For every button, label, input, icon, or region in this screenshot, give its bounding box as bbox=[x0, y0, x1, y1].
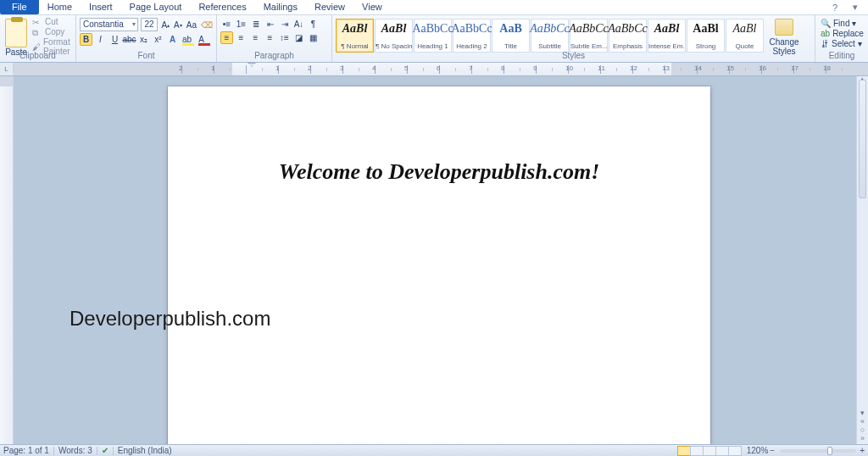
tab-home[interactable]: Home bbox=[39, 0, 81, 14]
style-preview: AaBbCc bbox=[451, 19, 492, 36]
style-tile[interactable]: AaBlIntense Em... bbox=[648, 19, 686, 53]
style-preview: AaBl bbox=[693, 19, 718, 36]
view-buttons bbox=[678, 446, 742, 456]
decrease-indent-button[interactable]: ⇤ bbox=[264, 18, 276, 31]
scissors-icon: ✂ bbox=[32, 18, 42, 26]
style-tile[interactable]: AaBl¶ Normal bbox=[336, 19, 374, 53]
group-paragraph: •≡ 1≡ ≣ ⇤ ⇥ A↓ ¶ ≡ ≡ ≡ ≡ ↕≡ ◪ ▦ Paragrap… bbox=[217, 15, 332, 62]
subscript-button[interactable]: x₂ bbox=[137, 33, 150, 46]
italic-button[interactable]: I bbox=[94, 33, 107, 46]
proofing-icon[interactable]: ✔ bbox=[102, 446, 108, 455]
text-effects-button[interactable]: A bbox=[166, 33, 179, 46]
style-tile[interactable]: AaBbCcEmphasis bbox=[609, 19, 647, 53]
tab-insert[interactable]: Insert bbox=[81, 0, 121, 14]
style-tile[interactable]: AaBlStrong bbox=[687, 19, 725, 53]
ruler-horizontal[interactable]: 21123456789101112131415161718 bbox=[14, 63, 868, 75]
sort-button[interactable]: A↓ bbox=[292, 18, 305, 31]
select-icon: ⭿ bbox=[821, 39, 829, 48]
group-label-font: Font bbox=[76, 51, 216, 61]
next-page-icon[interactable]: » bbox=[860, 434, 865, 442]
style-tile[interactable]: AaBTitle bbox=[492, 19, 530, 53]
scrollbar-vertical[interactable]: ▴ ▾ « ○ » bbox=[856, 76, 868, 444]
view-draft[interactable] bbox=[728, 446, 742, 456]
shrink-font-button[interactable]: A▾ bbox=[173, 19, 183, 31]
font-name-combo[interactable]: Constantia▾ bbox=[80, 18, 138, 31]
line-spacing-button[interactable]: ↕≡ bbox=[278, 31, 291, 44]
multilevel-button[interactable]: ≣ bbox=[249, 18, 262, 31]
style-tile[interactable]: AaBlQuote bbox=[726, 19, 764, 53]
strikethrough-button[interactable]: abc bbox=[123, 33, 136, 46]
tab-mailings[interactable]: Mailings bbox=[255, 0, 306, 14]
borders-button[interactable]: ▦ bbox=[307, 31, 320, 44]
font-size-combo[interactable]: 22 bbox=[141, 18, 159, 31]
group-editing: 🔍Find ▾ abReplace ⭿Select ▾ Editing bbox=[815, 15, 868, 62]
underline-button[interactable]: U bbox=[108, 33, 121, 46]
group-label-editing: Editing bbox=[815, 51, 868, 61]
style-tile[interactable]: AaBbCcHeading 2 bbox=[453, 19, 491, 53]
style-preview: AaBl bbox=[381, 19, 407, 36]
status-page[interactable]: Page: 1 of 1 bbox=[3, 446, 49, 455]
view-print-layout[interactable] bbox=[677, 446, 691, 456]
replace-button[interactable]: abReplace bbox=[821, 29, 863, 38]
font-color-button[interactable]: A bbox=[195, 33, 208, 46]
status-language[interactable]: English (India) bbox=[118, 446, 172, 455]
browse-object-icon[interactable]: ○ bbox=[860, 425, 865, 434]
numbering-button[interactable]: 1≡ bbox=[235, 18, 248, 31]
show-marks-button[interactable]: ¶ bbox=[307, 18, 320, 31]
document-page[interactable]: Welcome to Developerpublish.com! bbox=[168, 86, 710, 444]
status-words[interactable]: Words: 3 bbox=[58, 446, 92, 455]
group-label-paragraph: Paragraph bbox=[217, 51, 331, 61]
bullets-button[interactable]: •≡ bbox=[220, 18, 233, 31]
style-preview: AaBbCc bbox=[412, 19, 453, 36]
find-button[interactable]: 🔍Find ▾ bbox=[821, 19, 863, 28]
status-bar: Page: 1 of 1 Words: 3 ✔ English (India) … bbox=[0, 444, 868, 456]
minimize-ribbon-icon[interactable]: ▾ bbox=[848, 2, 863, 13]
grow-font-button[interactable]: A▴ bbox=[160, 19, 170, 31]
view-web-layout[interactable] bbox=[703, 446, 716, 456]
watermark-text: Developerpublish.com bbox=[70, 307, 270, 331]
style-tile[interactable]: AaBbCcSubtle Em... bbox=[570, 19, 608, 53]
change-case-button[interactable]: Aa bbox=[186, 19, 198, 31]
style-preview: AaBbCc bbox=[608, 19, 648, 36]
cut-button[interactable]: ✂Cut bbox=[32, 17, 72, 26]
style-preview: AaB bbox=[499, 19, 521, 36]
document-title-text[interactable]: Welcome to Developerpublish.com! bbox=[168, 159, 710, 185]
align-left-button[interactable]: ≡ bbox=[220, 31, 233, 44]
scroll-thumb[interactable] bbox=[859, 80, 866, 198]
zoom-slider[interactable] bbox=[780, 449, 856, 453]
tab-selector[interactable]: L bbox=[0, 63, 14, 75]
view-full-screen[interactable] bbox=[690, 446, 704, 456]
view-outline[interactable] bbox=[715, 446, 729, 456]
tab-review[interactable]: Review bbox=[306, 0, 353, 14]
find-icon: 🔍 bbox=[821, 19, 831, 28]
clear-format-button[interactable]: ⌫ bbox=[200, 19, 213, 31]
copy-button[interactable]: ⧉Copy bbox=[32, 27, 72, 36]
zoom-out-button[interactable]: − bbox=[770, 446, 775, 455]
shading-button[interactable]: ◪ bbox=[292, 31, 305, 44]
select-button[interactable]: ⭿Select ▾ bbox=[821, 39, 863, 48]
style-tile[interactable]: AaBbCcHeading 1 bbox=[414, 19, 452, 53]
help-icon[interactable]: ? bbox=[827, 3, 843, 13]
tab-file[interactable]: File bbox=[0, 0, 39, 14]
zoom-in-button[interactable]: + bbox=[860, 446, 865, 455]
ruler-vertical[interactable] bbox=[0, 76, 14, 444]
style-tile[interactable]: AaBl¶ No Spacing bbox=[375, 19, 413, 53]
prev-page-icon[interactable]: « bbox=[860, 417, 865, 425]
highlight-button[interactable]: ab bbox=[181, 33, 193, 46]
paste-button[interactable] bbox=[5, 19, 27, 47]
tab-view[interactable]: View bbox=[353, 0, 391, 14]
style-preview: AaBbCc bbox=[530, 19, 570, 36]
group-label-styles: Styles bbox=[332, 51, 815, 61]
style-tile[interactable]: AaBbCcSubtitle bbox=[531, 19, 569, 53]
increase-indent-button[interactable]: ⇥ bbox=[278, 18, 291, 31]
tab-page-layout[interactable]: Page Layout bbox=[121, 0, 191, 14]
document-area: Welcome to Developerpublish.com! Develop… bbox=[0, 76, 868, 444]
tab-references[interactable]: References bbox=[190, 0, 254, 14]
align-center-button[interactable]: ≡ bbox=[235, 31, 248, 44]
bold-button[interactable]: B bbox=[80, 33, 92, 46]
superscript-button[interactable]: x² bbox=[152, 33, 164, 46]
align-right-button[interactable]: ≡ bbox=[249, 31, 262, 44]
zoom-level[interactable]: 120% bbox=[747, 446, 769, 455]
group-clipboard: Paste ✂Cut ⧉Copy 🖌Format Painter Clipboa… bbox=[0, 15, 76, 62]
justify-button[interactable]: ≡ bbox=[264, 31, 276, 44]
